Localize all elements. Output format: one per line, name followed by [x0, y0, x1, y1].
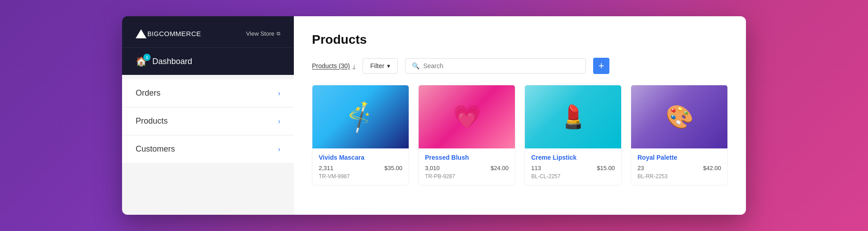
product-meta-blush: 3,010 $24.00: [425, 165, 509, 171]
product-name-lipstick: Creme Lipstick: [531, 154, 615, 161]
sidebar-nav: Orders › Products › Customers ›: [122, 75, 294, 215]
product-name-palette: Royal Palette: [637, 154, 721, 161]
external-link-icon: ⧉: [277, 31, 280, 37]
products-label: Products: [136, 116, 168, 126]
product-card-blush[interactable]: Pressed Blush 3,010 $24.00 TR-PB-9287: [418, 85, 515, 185]
sidebar-item-products[interactable]: Products ›: [122, 107, 294, 135]
filter-button[interactable]: Filter ▾: [363, 58, 398, 74]
product-image-mascara: [312, 85, 409, 148]
product-info-lipstick: Creme Lipstick 113 $15.00 BL-CL-2257: [525, 148, 621, 185]
page-title: Products: [312, 32, 728, 47]
products-count-button[interactable]: Products (30) ↓: [312, 62, 355, 69]
product-sales-blush: 3,010: [425, 165, 440, 171]
product-card-lipstick[interactable]: Creme Lipstick 113 $15.00 BL-CL-2257: [524, 85, 622, 185]
logo-text: BIGCOMMERCE: [147, 29, 201, 38]
search-box: 🔍: [405, 58, 586, 74]
toolbar: Products (30) ↓ Filter ▾ 🔍 +: [312, 58, 728, 74]
product-name-mascara: Vivids Mascara: [319, 154, 402, 161]
product-sku-lipstick: BL-CL-2257: [531, 173, 615, 180]
main-content: Products Products (30) ↓ Filter ▾ 🔍 +: [294, 16, 746, 215]
customers-label: Customers: [136, 144, 175, 154]
filter-label: Filter: [370, 62, 384, 69]
product-meta-lipstick: 113 $15.00: [531, 165, 615, 171]
products-grid: Vivids Mascara 2,311 $35.00 TR-VM-9987 P…: [312, 85, 728, 185]
product-card-mascara[interactable]: Vivids Mascara 2,311 $35.00 TR-VM-9987: [312, 85, 409, 185]
product-price-lipstick: $15.00: [597, 165, 615, 171]
logo-triangle-icon: [136, 29, 146, 38]
view-store-label: View Store: [246, 30, 274, 37]
add-icon: +: [599, 61, 604, 71]
product-price-blush: $24.00: [491, 165, 509, 171]
search-input[interactable]: [423, 62, 579, 69]
product-meta-mascara: 2,311 $35.00: [319, 165, 402, 171]
product-info-blush: Pressed Blush 3,010 $24.00 TR-PB-9287: [419, 148, 515, 185]
product-image-blush: [419, 85, 515, 148]
product-card-palette[interactable]: Royal Palette 23 $42.00 BL-RR-2253: [631, 85, 728, 185]
dashboard-icon-wrapper: 🏠 1: [136, 56, 147, 67]
chevron-right-icon: ›: [278, 89, 280, 97]
sidebar-item-customers[interactable]: Customers ›: [122, 135, 294, 163]
products-count-label: Products (30): [312, 62, 350, 69]
product-sku-palette: BL-RR-2253: [637, 173, 721, 180]
product-image-palette: [631, 85, 727, 148]
sidebar-header: BIGCOMMERCE View Store ⧉: [122, 16, 294, 48]
sort-down-icon: ↓: [353, 63, 355, 69]
product-sku-blush: TR-PB-9287: [425, 173, 509, 180]
product-price-mascara: $35.00: [384, 165, 402, 171]
logo: BIGCOMMERCE: [136, 29, 201, 38]
sidebar: BIGCOMMERCE View Store ⧉ 🏠 1 Dashboard O…: [122, 16, 294, 215]
product-sku-mascara: TR-VM-9987: [319, 173, 402, 180]
dashboard-nav-item[interactable]: 🏠 1 Dashboard: [122, 48, 294, 75]
product-sales-palette: 23: [637, 165, 644, 171]
notification-badge: 1: [143, 54, 151, 61]
chevron-right-icon: ›: [278, 145, 280, 153]
orders-label: Orders: [136, 88, 160, 98]
product-name-blush: Pressed Blush: [425, 154, 509, 161]
search-icon: 🔍: [412, 62, 420, 69]
add-product-button[interactable]: +: [593, 58, 609, 74]
product-sales-lipstick: 113: [531, 165, 541, 171]
app-window: BIGCOMMERCE View Store ⧉ 🏠 1 Dashboard O…: [122, 16, 746, 215]
product-meta-palette: 23 $42.00: [637, 165, 721, 171]
view-store-button[interactable]: View Store ⧉: [246, 30, 280, 37]
product-sales-mascara: 2,311: [319, 165, 334, 171]
product-image-lipstick: [525, 85, 621, 148]
chevron-right-icon: ›: [278, 117, 280, 125]
product-info-mascara: Vivids Mascara 2,311 $35.00 TR-VM-9987: [312, 148, 409, 185]
sidebar-item-orders[interactable]: Orders ›: [122, 79, 294, 107]
dashboard-label: Dashboard: [152, 57, 192, 66]
product-info-palette: Royal Palette 23 $42.00 BL-RR-2253: [631, 148, 727, 185]
product-price-palette: $42.00: [703, 165, 721, 171]
filter-arrow-icon: ▾: [387, 62, 390, 69]
